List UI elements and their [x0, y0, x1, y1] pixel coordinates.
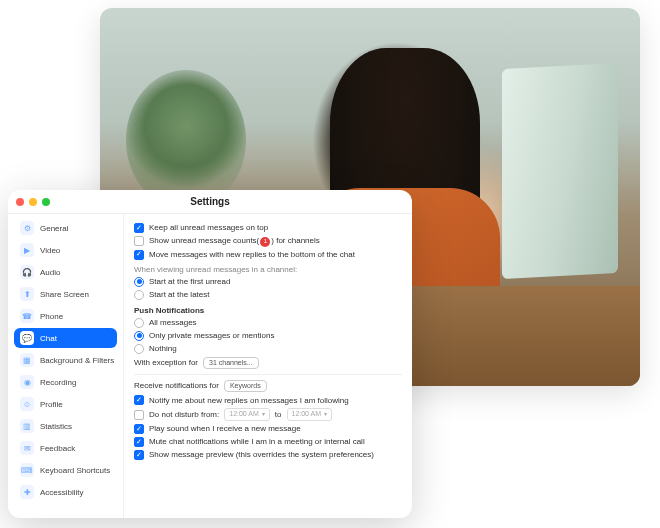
sidebar-item-phone[interactable]: ☎Phone [14, 306, 117, 326]
start-latest-radio[interactable] [134, 290, 144, 300]
sidebar-item-keyboard-shortcuts[interactable]: ⌨Keyboard Shortcuts [14, 460, 117, 480]
push-private-radio[interactable] [134, 331, 144, 341]
push-all-radio[interactable] [134, 318, 144, 328]
unread-badge-icon: 1 [260, 237, 270, 247]
chat-icon: 💬 [20, 331, 34, 345]
move-replies-bottom-checkbox[interactable]: ✓ [134, 250, 144, 260]
notify-replies-checkbox[interactable]: ✓ [134, 395, 144, 405]
sidebar-item-label: Chat [40, 334, 57, 343]
sidebar-item-share-screen[interactable]: ⬆Share Screen [14, 284, 117, 304]
sidebar-item-label: Recording [40, 378, 76, 387]
imac-monitor [502, 63, 618, 279]
share-screen-icon: ⬆ [20, 287, 34, 301]
gear-icon: ⚙ [20, 221, 34, 235]
sidebar-item-general[interactable]: ⚙General [14, 218, 117, 238]
notify-replies-label: Notify me about new replies on messages … [149, 396, 349, 406]
settings-window: Settings ⚙General ▶Video 🎧Audio ⬆Share S… [8, 190, 412, 518]
dnd-label: Do not disturb from: [149, 410, 219, 420]
mute-in-meeting-checkbox[interactable]: ✓ [134, 437, 144, 447]
show-preview-label: Show message preview (this overrides the… [149, 450, 374, 460]
window-titlebar: Settings [8, 190, 412, 214]
accessibility-icon: ✚ [20, 485, 34, 499]
plant-decor [126, 70, 246, 210]
move-replies-bottom-label: Move messages with new replies to the bo… [149, 250, 355, 260]
sidebar-item-chat[interactable]: 💬Chat [14, 328, 117, 348]
sidebar-item-label: Accessibility [40, 488, 84, 497]
exception-for-label: With exception for [134, 358, 198, 368]
sidebar-item-audio[interactable]: 🎧Audio [14, 262, 117, 282]
sidebar-item-label: Audio [40, 268, 60, 277]
start-first-unread-label: Start at the first unread [149, 277, 230, 287]
dnd-from-field[interactable]: 12:00 AM [224, 408, 270, 420]
sidebar-item-profile[interactable]: ☺Profile [14, 394, 117, 414]
video-icon: ▶ [20, 243, 34, 257]
statistics-icon: ▥ [20, 419, 34, 433]
receive-notifications-label: Receive notifications for [134, 381, 219, 391]
divider [134, 374, 402, 375]
sidebar-item-video[interactable]: ▶Video [14, 240, 117, 260]
sidebar-item-accessibility[interactable]: ✚Accessibility [14, 482, 117, 502]
background-icon: ▦ [20, 353, 34, 367]
sidebar-item-label: Feedback [40, 444, 75, 453]
keep-unread-top-label: Keep all unread messages on top [149, 223, 268, 233]
sidebar-item-feedback[interactable]: ✉Feedback [14, 438, 117, 458]
start-first-unread-radio[interactable] [134, 277, 144, 287]
dnd-to-word: to [275, 410, 282, 420]
sidebar-item-label: Video [40, 246, 60, 255]
exception-channels-button[interactable]: 31 channels... [203, 357, 259, 369]
settings-sidebar: ⚙General ▶Video 🎧Audio ⬆Share Screen ☎Ph… [8, 214, 124, 518]
sidebar-item-label: Phone [40, 312, 63, 321]
feedback-icon: ✉ [20, 441, 34, 455]
push-nothing-radio[interactable] [134, 344, 144, 354]
sidebar-item-label: Keyboard Shortcuts [40, 466, 110, 475]
recording-icon: ◉ [20, 375, 34, 389]
play-sound-label: Play sound when I receive a new message [149, 424, 301, 434]
sidebar-item-label: Background & Filters [40, 356, 114, 365]
keywords-button[interactable]: Keywords [224, 380, 267, 392]
play-sound-checkbox[interactable]: ✓ [134, 424, 144, 434]
show-preview-checkbox[interactable]: ✓ [134, 450, 144, 460]
sidebar-item-statistics[interactable]: ▥Statistics [14, 416, 117, 436]
sidebar-item-label: Profile [40, 400, 63, 409]
dnd-to-field[interactable]: 12:00 AM [287, 408, 333, 420]
sidebar-item-label: General [40, 224, 68, 233]
sidebar-item-recording[interactable]: ◉Recording [14, 372, 117, 392]
push-all-label: All messages [149, 318, 197, 328]
push-nothing-label: Nothing [149, 344, 177, 354]
show-unread-counts-label: Show unread message counts(1) for channe… [149, 236, 320, 247]
sidebar-item-label: Share Screen [40, 290, 89, 299]
settings-content: ✓Keep all unread messages on top Show un… [124, 214, 412, 518]
push-notifications-header: Push Notifications [134, 306, 402, 315]
audio-icon: 🎧 [20, 265, 34, 279]
keep-unread-top-checkbox[interactable]: ✓ [134, 223, 144, 233]
push-private-label: Only private messages or mentions [149, 331, 274, 341]
profile-icon: ☺ [20, 397, 34, 411]
sidebar-item-background-filters[interactable]: ▦Background & Filters [14, 350, 117, 370]
keyboard-icon: ⌨ [20, 463, 34, 477]
dnd-checkbox[interactable] [134, 410, 144, 420]
show-unread-counts-checkbox[interactable] [134, 236, 144, 246]
mute-in-meeting-label: Mute chat notifications while I am in a … [149, 437, 365, 447]
phone-icon: ☎ [20, 309, 34, 323]
sidebar-item-label: Statistics [40, 422, 72, 431]
window-title: Settings [8, 196, 412, 207]
viewing-unread-header: When viewing unread messages in a channe… [134, 265, 402, 274]
start-latest-label: Start at the latest [149, 290, 209, 300]
